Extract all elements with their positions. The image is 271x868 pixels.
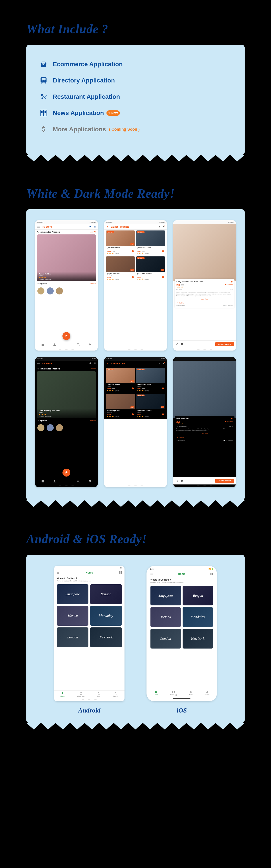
dollar-icon <box>39 125 53 133</box>
city-card[interactable]: Yangon <box>90 584 122 604</box>
svg-point-33 <box>177 482 178 482</box>
svg-point-40 <box>206 691 208 692</box>
svg-point-27 <box>132 387 134 389</box>
view-more-link[interactable]: View More <box>176 298 233 300</box>
product-card[interactable]: 10% OFF4.0Lady Sleeveless A...Trouser$ 2… <box>106 230 135 255</box>
svg-line-20 <box>176 343 177 344</box>
book-icon[interactable] <box>93 362 96 365</box>
svg-point-9 <box>54 343 55 344</box>
nav-about[interactable]: About App <box>78 692 85 697</box>
view-more-link[interactable]: View More <box>176 433 233 435</box>
bell-icon[interactable] <box>89 362 91 365</box>
heart-icon[interactable] <box>180 479 183 483</box>
phone-light-detail: 0.86KB/s Lady Sleeveless A-Line Lace ...… <box>173 220 236 350</box>
city-card[interactable]: London <box>150 629 181 649</box>
nav-home[interactable]: Home <box>154 690 158 695</box>
cart-icon[interactable] <box>162 225 165 228</box>
mode-card: 10:46 AM0.06KB/s PS Store Recommended Pr… <box>26 209 245 500</box>
city-card[interactable]: Mexico <box>57 606 88 626</box>
svg-point-28 <box>162 387 164 389</box>
zigzag-divider <box>26 155 245 164</box>
add-basket-button[interactable]: ADD TO BASKET <box>215 342 234 346</box>
book-icon[interactable] <box>119 571 122 575</box>
ios-phone: 1:48📶 🔋 Home Where to Go Next ?For when … <box>147 566 217 701</box>
city-card[interactable]: Yangon <box>183 586 213 606</box>
menu-icon[interactable] <box>56 571 60 575</box>
heart-icon[interactable] <box>231 417 233 420</box>
detail-image <box>173 224 236 281</box>
city-card[interactable]: Mandalay <box>90 606 122 626</box>
heart-icon[interactable] <box>231 281 233 283</box>
back-icon[interactable] <box>106 225 109 228</box>
include-item-news: News Application New <box>39 109 232 117</box>
city-card[interactable]: Singapore <box>150 586 181 606</box>
nav-user[interactable]: User <box>189 690 193 695</box>
basket-icon <box>39 60 53 68</box>
nav-search[interactable]: Search <box>205 690 209 695</box>
phone-dark-home: 9:40 AM12.8KB/s PS Store Recommended Pro… <box>35 357 98 487</box>
fab-home[interactable] <box>62 469 70 476</box>
nav-about[interactable]: About App <box>170 690 177 695</box>
platform-card: ▮▮▮ Home Where to Go Next ?For when you'… <box>26 555 245 723</box>
cart-icon[interactable] <box>162 362 165 365</box>
coming-soon-badge: ( Coming Soon ) <box>109 127 140 132</box>
svg-point-23 <box>54 480 55 481</box>
product-card[interactable]: 10% OFFCasual Work DressTrouser$ 270$ 30… <box>136 230 165 255</box>
share-icon[interactable] <box>175 479 178 483</box>
nav-user[interactable]: User <box>97 692 100 697</box>
new-badge: New <box>107 111 120 116</box>
menu-icon[interactable] <box>150 572 154 576</box>
news-icon <box>39 109 53 117</box>
heart-icon[interactable] <box>180 343 183 346</box>
svg-point-39 <box>190 691 191 692</box>
zigzag-divider <box>26 500 245 509</box>
fab-home[interactable] <box>62 332 70 340</box>
svg-point-31 <box>176 481 176 481</box>
product-card[interactable]: 50% OFF4.0Sport Ware FashionTrouser$ 300… <box>136 256 165 281</box>
book-icon[interactable] <box>210 572 213 576</box>
city-card[interactable]: New York <box>183 629 213 649</box>
book-icon[interactable] <box>93 225 96 228</box>
svg-point-12 <box>164 225 165 226</box>
menu-icon[interactable] <box>37 225 40 228</box>
filter-icon[interactable] <box>158 225 160 228</box>
city-card[interactable]: Mexico <box>150 607 181 627</box>
share-icon[interactable] <box>175 343 178 346</box>
platform-title: Android & iOS Ready! <box>26 532 245 546</box>
svg-point-10 <box>77 343 79 345</box>
phone-dark-list: 9:45 AM0.0KB/s Product List 10% OFF4.5La… <box>104 357 167 487</box>
include-item-more: More Applications ( Coming Soon ) <box>39 125 232 133</box>
hero-image[interactable]: Tassel tie paisley print dress $ 240 ★★★… <box>37 371 96 418</box>
svg-line-11 <box>79 345 80 346</box>
nav-home[interactable]: Home <box>60 692 65 697</box>
menu-icon[interactable] <box>37 362 40 365</box>
city-card[interactable]: London <box>57 627 88 647</box>
city-card[interactable]: Mandalay <box>183 607 213 627</box>
svg-point-13 <box>132 250 134 252</box>
filter-icon[interactable] <box>158 362 160 365</box>
svg-point-24 <box>77 480 79 482</box>
include-item-ecommerce: Ecommerce Application <box>39 60 232 68</box>
zigzag-divider <box>26 723 245 732</box>
phone-light-list: 10:47 AM0.06KB/s Latest Products 10% OFF… <box>104 220 167 350</box>
include-item-directory: Directory Application <box>39 76 232 85</box>
svg-point-36 <box>115 692 116 694</box>
city-card[interactable]: Singapore <box>57 584 88 604</box>
bottom-nav[interactable] <box>35 341 98 348</box>
svg-point-35 <box>98 692 99 693</box>
train-icon <box>39 76 53 85</box>
svg-point-15 <box>132 276 134 278</box>
svg-rect-8 <box>41 344 44 346</box>
svg-point-34 <box>80 692 82 694</box>
back-icon[interactable] <box>106 362 109 365</box>
svg-point-14 <box>162 250 164 252</box>
include-card: Ecommerce Application Directory Applicat… <box>26 45 245 155</box>
phone-dark-detail: Men Fashion 200⚑ Featured ★★★★★ 5.0 (3 K… <box>173 357 236 487</box>
bell-icon[interactable] <box>89 225 91 228</box>
android-phone: ▮▮▮ Home Where to Go Next ?For when you'… <box>54 566 124 701</box>
hero-image[interactable]: Women Fashion $ 200 ★★★★★ 4.5 rating | 3… <box>37 235 96 281</box>
city-card[interactable]: New York <box>90 627 122 647</box>
nav-search[interactable]: Search <box>113 692 118 697</box>
add-basket-button[interactable]: ADD TO BASKET <box>215 479 234 483</box>
product-card[interactable]: 5.0Tassel tie paisley ...Clothing$ 300★★… <box>106 256 135 281</box>
